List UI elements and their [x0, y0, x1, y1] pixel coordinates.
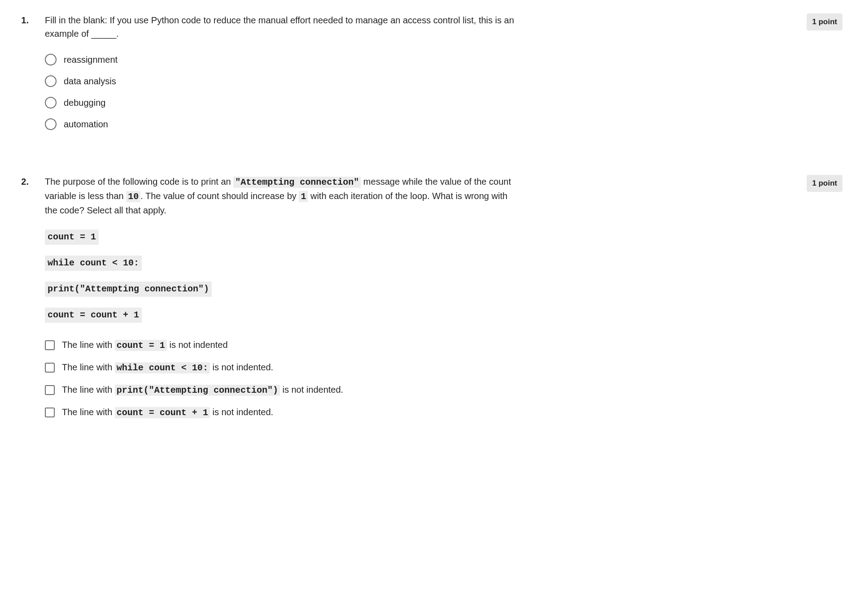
text-fragment: The line with: [62, 385, 115, 395]
code-line: count = count + 1: [45, 308, 142, 323]
points-badge: 1 point: [807, 13, 843, 30]
option-automation[interactable]: automation: [45, 117, 516, 131]
text-fragment: The line with: [62, 340, 115, 350]
option-reassignment[interactable]: reassignment: [45, 53, 516, 66]
checkbox-icon[interactable]: [45, 363, 55, 373]
option-label: The line with count = 1 is not indented: [62, 338, 228, 352]
option-print-indent[interactable]: The line with print("Attempting connecti…: [45, 383, 516, 397]
option-label: debugging: [64, 96, 105, 109]
radio-icon[interactable]: [45, 75, 57, 87]
radio-icon[interactable]: [45, 118, 57, 130]
options-group: reassignment data analysis debugging aut…: [45, 53, 516, 131]
text-fragment: is not indented.: [210, 407, 273, 417]
inline-code: print("Attempting connection"): [115, 385, 280, 396]
question-2: 2. The purpose of the following code is …: [13, 175, 843, 428]
options-group: The line with count = 1 is not indented …: [45, 338, 516, 420]
checkbox-icon[interactable]: [45, 408, 55, 417]
inline-code: count = 1: [115, 340, 167, 351]
option-data-analysis[interactable]: data analysis: [45, 74, 516, 88]
text-fragment: is not indented.: [210, 362, 273, 372]
points-badge: 1 point: [807, 175, 843, 192]
question-text: Fill in the blank: If you use Python cod…: [45, 13, 516, 40]
option-label: reassignment: [64, 53, 118, 66]
inline-code: 1: [299, 191, 308, 202]
text-fragment: is not indented: [167, 340, 228, 350]
question-text: The purpose of the following code is to …: [45, 175, 516, 217]
question-number: 2.: [13, 175, 31, 188]
question-number: 1.: [13, 13, 31, 27]
code-line: print("Attempting connection"): [45, 282, 212, 297]
checkbox-icon[interactable]: [45, 385, 55, 395]
code-line: count = 1: [45, 230, 99, 245]
inline-code: "Attempting connection": [233, 177, 361, 188]
radio-icon[interactable]: [45, 54, 57, 65]
text-fragment: The line with: [62, 362, 115, 372]
option-label: The line with print("Attempting connecti…: [62, 383, 343, 397]
inline-code: count = count + 1: [115, 407, 210, 418]
option-debugging[interactable]: debugging: [45, 96, 516, 109]
code-line: while count < 10:: [45, 256, 142, 271]
option-count-plus-1-indent[interactable]: The line with count = count + 1 is not i…: [45, 405, 516, 420]
inline-code: while count < 10:: [115, 362, 210, 373]
text-fragment: The purpose of the following code is to …: [45, 177, 233, 187]
text-fragment: . The value of count should increase by: [140, 191, 299, 201]
checkbox-icon[interactable]: [45, 340, 55, 350]
code-block: count = 1 while count < 10: print("Attem…: [45, 230, 516, 334]
option-label: The line with count = count + 1 is not i…: [62, 405, 273, 420]
radio-icon[interactable]: [45, 97, 57, 108]
text-fragment: is not indented.: [280, 385, 343, 395]
option-count-1-indent[interactable]: The line with count = 1 is not indented: [45, 338, 516, 352]
question-1: 1. Fill in the blank: If you use Python …: [13, 13, 843, 139]
inline-code: 10: [126, 191, 140, 202]
option-label: data analysis: [64, 74, 116, 88]
option-label: The line with while count < 10: is not i…: [62, 360, 273, 375]
text-fragment: The line with: [62, 407, 115, 417]
option-label: automation: [64, 117, 108, 131]
option-while-indent[interactable]: The line with while count < 10: is not i…: [45, 360, 516, 375]
